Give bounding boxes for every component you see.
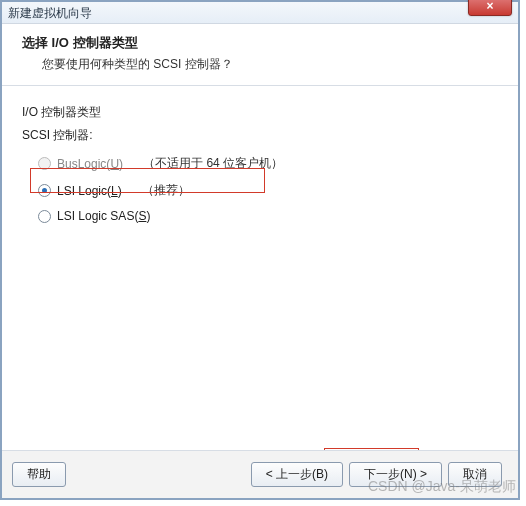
option-label: BusLogic(U): [57, 157, 123, 171]
window-title: 新建虚拟机向导: [8, 6, 92, 20]
page-subtitle: 您要使用何种类型的 SCSI 控制器？: [42, 56, 498, 73]
close-icon: ×: [486, 0, 493, 13]
title-bar: 新建虚拟机向导: [2, 2, 518, 24]
page-title: 选择 I/O 控制器类型: [22, 34, 498, 52]
wizard-header: 选择 I/O 控制器类型 您要使用何种类型的 SCSI 控制器？: [2, 24, 518, 86]
option-lsi-logic[interactable]: LSI Logic(L) （推荐）: [22, 177, 498, 204]
option-note: （不适用于 64 位客户机）: [143, 155, 283, 172]
option-buslogic[interactable]: BusLogic(U) （不适用于 64 位客户机）: [22, 150, 498, 177]
option-lsi-logic-sas[interactable]: LSI Logic SAS(S): [22, 204, 498, 228]
cancel-button[interactable]: 取消: [448, 462, 502, 487]
close-button[interactable]: ×: [468, 0, 512, 16]
next-button[interactable]: 下一步(N) >: [349, 462, 442, 487]
scsi-controller-label: SCSI 控制器:: [22, 127, 498, 144]
option-note: （推荐）: [142, 182, 190, 199]
back-button[interactable]: < 上一步(B): [251, 462, 343, 487]
option-label: LSI Logic(L): [57, 184, 122, 198]
io-controller-type-label: I/O 控制器类型: [22, 104, 498, 121]
radio-icon: [38, 210, 51, 223]
help-button[interactable]: 帮助: [12, 462, 66, 487]
button-bar: 帮助 < 上一步(B) 下一步(N) > 取消: [2, 450, 518, 498]
radio-icon: [38, 184, 51, 197]
option-label: LSI Logic SAS(S): [57, 209, 150, 223]
wizard-content: I/O 控制器类型 SCSI 控制器: BusLogic(U) （不适用于 64…: [2, 86, 518, 238]
radio-icon: [38, 157, 51, 170]
